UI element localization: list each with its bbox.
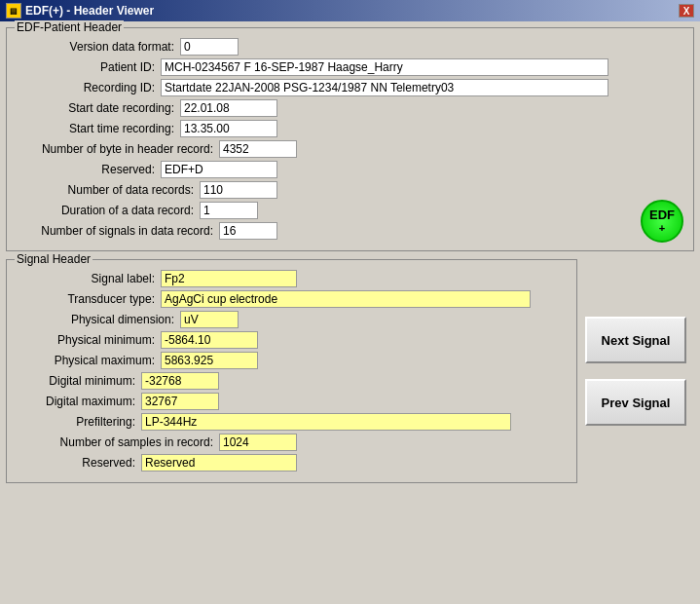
phys-min-input[interactable] [161, 331, 258, 349]
duration-label: Duration of a data record: [15, 204, 200, 217]
data-records-input[interactable] [200, 181, 277, 199]
recording-id-label: Recording ID: [15, 81, 161, 94]
next-signal-button[interactable]: Next Signal [585, 317, 686, 363]
prefiltering-label: Prefiltering: [15, 415, 141, 429]
duration-input[interactable] [200, 202, 258, 219]
start-date-input[interactable] [180, 99, 277, 117]
version-row: Version data format: [15, 38, 685, 56]
phys-max-input[interactable] [161, 352, 258, 369]
signal-section-title: Signal Header [15, 252, 92, 266]
window-body: EDF-Patient Header Version data format: … [0, 21, 700, 604]
transducer-label: Transducer type: [15, 292, 161, 306]
num-samples-label: Number of samples in record: [15, 435, 219, 449]
edf-section-title: EDF-Patient Header [15, 20, 124, 34]
edf-badge: EDF + [641, 200, 683, 243]
patient-id-row: Patient ID: [15, 58, 685, 76]
recording-id-row: Recording ID: [15, 79, 685, 96]
num-signals-label: Number of signals in data record: [15, 224, 219, 238]
signal-label-row: Signal label: [15, 270, 569, 287]
num-signals-row: Number of signals in data record: [15, 222, 685, 240]
transducer-row: Transducer type: [15, 290, 569, 308]
header-bytes-row: Number of byte in header record: [15, 140, 685, 158]
phys-min-row: Physical minimum: [15, 331, 569, 349]
app-icon: ▤ [6, 3, 21, 19]
version-input[interactable] [180, 38, 239, 56]
phys-min-label: Physical minimum: [15, 333, 161, 347]
title-bar-left: ▤ EDF(+) - Header Viewer [6, 3, 154, 19]
start-time-row: Start time recording: [15, 120, 685, 137]
title-bar: ▤ EDF(+) - Header Viewer X [0, 0, 700, 21]
phys-max-row: Physical maximum: [15, 352, 569, 369]
num-samples-row: Number of samples in record: [15, 434, 569, 451]
edf-patient-header-section: EDF-Patient Header Version data format: … [6, 27, 694, 251]
prefiltering-row: Prefiltering: [15, 413, 569, 431]
start-time-input[interactable] [180, 120, 277, 137]
dig-min-row: Digital minimum: [15, 372, 569, 390]
dig-max-input[interactable] [141, 393, 219, 410]
reserved-signal-row: Reserved: [15, 454, 569, 472]
start-date-row: Start date recording: [15, 99, 685, 117]
prev-signal-button[interactable]: Prev Signal [585, 379, 686, 426]
header-bytes-label: Number of byte in header record: [15, 142, 219, 156]
phys-dim-input[interactable] [180, 311, 239, 328]
phys-dim-row: Physical dimension: [15, 311, 569, 328]
edf-badge-plus: + [659, 222, 665, 234]
data-records-label: Number of data records: [15, 183, 200, 197]
duration-row: Duration of a data record: [15, 202, 685, 219]
close-button[interactable]: X [679, 4, 694, 18]
num-signals-input[interactable] [219, 222, 277, 240]
signal-header-section: Signal Header Signal label: Transducer t… [6, 259, 577, 483]
reserved-signal-label: Reserved: [15, 456, 141, 470]
dig-max-label: Digital maximum: [15, 395, 141, 408]
patient-id-label: Patient ID: [15, 60, 161, 74]
version-label: Version data format: [15, 40, 180, 54]
reserved-signal-input[interactable] [141, 454, 297, 472]
patient-id-input[interactable] [161, 58, 608, 76]
reserved-edf-input[interactable] [161, 161, 277, 178]
phys-dim-label: Physical dimension: [15, 313, 180, 326]
dig-max-row: Digital maximum: [15, 393, 569, 410]
bottom-section: Signal Header Signal label: Transducer t… [6, 259, 694, 483]
window-title: EDF(+) - Header Viewer [25, 4, 154, 18]
recording-id-input[interactable] [161, 79, 608, 96]
phys-max-label: Physical maximum: [15, 354, 161, 367]
dig-min-input[interactable] [141, 372, 219, 390]
signal-label-input[interactable] [161, 270, 297, 287]
edf-badge-text: EDF [649, 208, 675, 222]
data-records-row: Number of data records: [15, 181, 685, 199]
signal-label-lbl: Signal label: [15, 272, 161, 285]
start-time-label: Start time recording: [15, 122, 180, 135]
header-bytes-input[interactable] [219, 140, 297, 158]
transducer-input[interactable] [161, 290, 531, 308]
reserved-edf-row: Reserved: [15, 161, 685, 178]
signal-buttons-panel: Next Signal Prev Signal [577, 259, 694, 483]
dig-min-label: Digital minimum: [15, 374, 141, 388]
start-date-label: Start date recording: [15, 101, 180, 115]
num-samples-input[interactable] [219, 434, 297, 451]
prefiltering-input[interactable] [141, 413, 511, 431]
reserved-edf-label: Reserved: [15, 163, 161, 176]
